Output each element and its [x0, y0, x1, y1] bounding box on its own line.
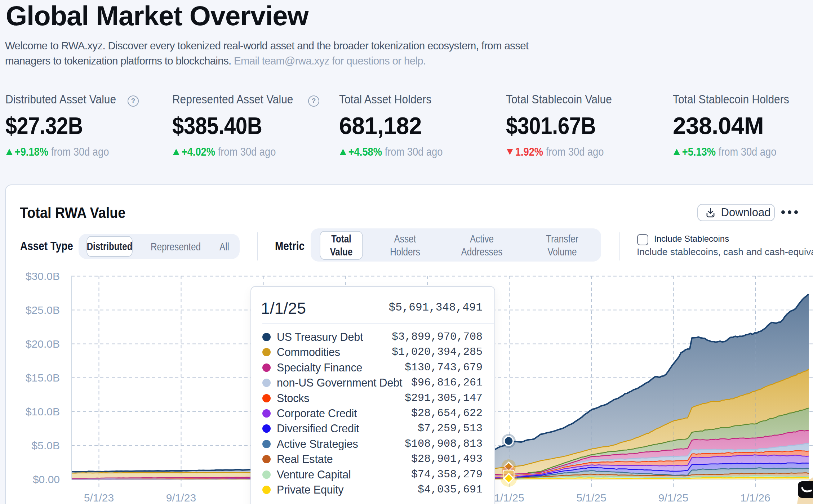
svg-text:$25.0B: $25.0B: [26, 304, 60, 316]
svg-text:$10.0B: $10.0B: [26, 406, 60, 418]
svg-text:1/1/25: 1/1/25: [494, 492, 524, 504]
svg-text:5/1/23: 5/1/23: [84, 492, 114, 504]
svg-text:$20.0B: $20.0B: [26, 338, 60, 350]
svg-text:$0.00: $0.00: [33, 473, 60, 485]
svg-text:$30.0B: $30.0B: [26, 270, 60, 282]
svg-text:$15.0B: $15.0B: [26, 372, 60, 384]
svg-text:9/1/25: 9/1/25: [658, 492, 688, 504]
svg-text:$5.0B: $5.0B: [32, 440, 60, 451]
svg-text:9/1/23: 9/1/23: [166, 492, 196, 504]
svg-text:1/1/26: 1/1/26: [740, 492, 770, 504]
svg-text:5/1/25: 5/1/25: [576, 492, 606, 504]
